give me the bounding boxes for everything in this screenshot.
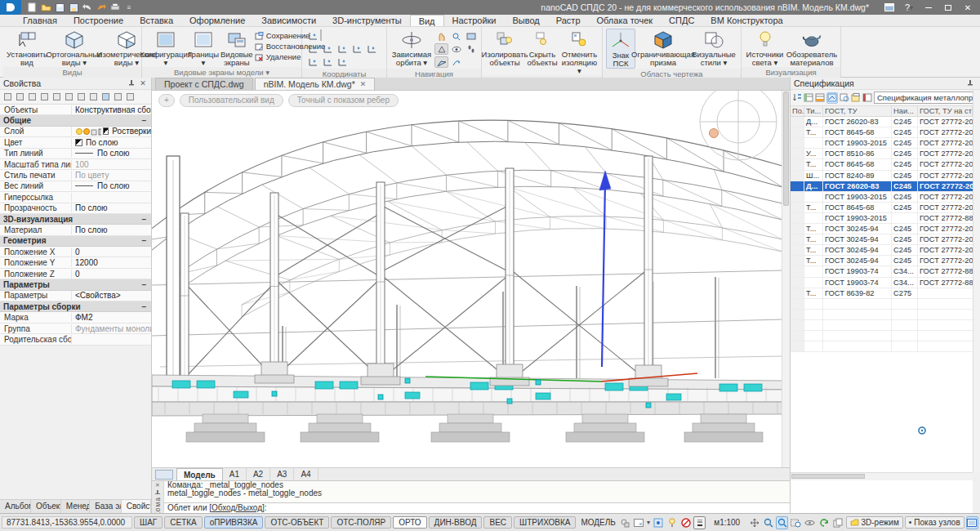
maximize-button[interactable] — [939, 2, 957, 14]
ucs-tool-icon[interactable] — [320, 56, 334, 68]
property-section[interactable]: 3D-визуализация– — [0, 214, 151, 225]
lineweight-display-icon[interactable] — [693, 516, 706, 529]
vp-viewports-button[interactable]: Видовые экраны — [220, 29, 253, 67]
collapse-icon[interactable]: – — [141, 302, 151, 311]
property-value[interactable]: <Свойства> — [72, 291, 151, 300]
filter-icon[interactable] — [64, 91, 74, 102]
table-row[interactable]: Д...ГОСТ 26020-83С245ГОСТ 27772-2015 — [791, 181, 973, 192]
property-section[interactable]: Параметры сборки– — [0, 301, 151, 312]
table-row-empty[interactable] — [791, 299, 973, 310]
ribbon-tab[interactable]: Зависимости — [253, 15, 324, 26]
specification-vertical-scrollbar[interactable] — [973, 90, 980, 472]
apply-icon[interactable] — [88, 91, 99, 102]
property-row[interactable]: Параметры<Свойства> — [0, 291, 151, 301]
column-header[interactable]: По... — [791, 106, 804, 116]
property-value[interactable]: Фундаменты монолитные — [72, 324, 151, 333]
panel-tab[interactable]: Свойст... — [122, 500, 151, 513]
ribbon-tab[interactable]: Построение — [65, 15, 131, 26]
layout-switch-icon[interactable] — [880, 2, 898, 14]
table-row[interactable]: ГОСТ 19903-2015С245ГОСТ 27772-2015 — [791, 192, 973, 203]
motion-path-icon[interactable] — [449, 56, 463, 68]
row-handle[interactable] — [791, 159, 804, 169]
property-row[interactable]: Положение X0 — [0, 247, 151, 257]
ucs-tool-icon[interactable] — [320, 43, 334, 55]
table-row-empty[interactable] — [791, 320, 973, 331]
table-row-empty[interactable] — [791, 331, 973, 341]
property-row[interactable]: Стиль печатиПо цвету — [0, 170, 151, 181]
pan-icon[interactable] — [748, 516, 760, 529]
row-handle[interactable] — [791, 245, 804, 255]
property-row[interactable]: Положение Y12000 — [0, 257, 151, 268]
column-header[interactable]: ГОСТ, ТУ на сталь — [918, 106, 973, 116]
status-toggle[interactable]: ШАГ — [134, 516, 163, 529]
property-row[interactable]: ПрозрачностьПо слою — [0, 203, 151, 214]
ucs-tool-icon[interactable] — [350, 43, 363, 55]
collapse-icon[interactable]: – — [141, 280, 151, 289]
copy-sheet-icon[interactable] — [831, 516, 844, 529]
layout-tab[interactable]: Модель — [176, 468, 223, 481]
row-handle[interactable] — [791, 234, 804, 244]
ribbon-tab[interactable]: Главная — [15, 15, 65, 26]
status-toggle[interactable]: ОРТО — [393, 516, 426, 529]
zoom-nav-icon[interactable] — [449, 30, 463, 42]
ribbon-tab[interactable]: СПДС — [661, 15, 702, 26]
panel-tab[interactable]: Альбомы — [0, 500, 31, 513]
table-row[interactable]: Т...ГОСТ 30245-94С245ГОСТ 27772-2015 — [791, 234, 973, 245]
table-row[interactable]: Т...ГОСТ 8645-68С245ГОСТ 27772-2015 — [791, 159, 973, 170]
property-value[interactable]: По слою — [72, 138, 151, 147]
show-nodes-button[interactable]: •Показ узлов — [905, 516, 964, 529]
property-row[interactable]: Тип линийПо слою — [0, 149, 151, 159]
status-toggle[interactable]: ОТС-ПОЛЯР — [331, 516, 391, 529]
row-handle[interactable] — [791, 127, 804, 137]
orbit-status-icon[interactable] — [804, 516, 816, 529]
command-option-link[interactable]: Обход/Выход — [212, 503, 262, 512]
property-row[interactable]: МатериалПо слою — [0, 225, 151, 235]
table-row[interactable]: Т...ГОСТ 30245-94С245ГОСТ 27772-2015 — [791, 245, 973, 256]
close-tab-icon[interactable]: ✕ — [360, 80, 367, 88]
new-file-icon[interactable] — [26, 2, 38, 13]
ribbon-tab[interactable]: ВМ Конструктора — [702, 15, 791, 26]
property-value[interactable]: 0 — [72, 248, 151, 257]
property-value[interactable]: По слою — [72, 225, 151, 234]
table-row[interactable]: Т...ГОСТ 8639-82С275 — [791, 288, 973, 299]
table-row[interactable]: Ш...ГОСТ 8240-89С245ГОСТ 27772-2015 — [791, 171, 973, 181]
select-cycle-icon[interactable] — [51, 91, 62, 102]
customize-qat-icon[interactable]: ≡ — [123, 2, 135, 13]
ribbon-tab[interactable]: 3D-инструменты — [324, 15, 410, 26]
property-value[interactable]: По слою — [72, 181, 151, 190]
table-row[interactable]: ГОСТ 19903-74С34...ГОСТ 27772-88 — [791, 266, 973, 277]
group-table-icon[interactable] — [804, 92, 813, 104]
close-command-icon[interactable]: ✕ — [155, 482, 160, 489]
row-handle[interactable] — [791, 203, 804, 212]
ucs-tool-icon[interactable] — [364, 43, 378, 55]
row-handle[interactable] — [791, 171, 804, 181]
layout-tab[interactable]: А4 — [294, 468, 318, 481]
walk-icon[interactable] — [464, 43, 478, 55]
ribbon-tab[interactable]: Облака точек — [589, 15, 662, 26]
table-row[interactable]: Т...ГОСТ 8645-68С245ГОСТ 27772-2015 — [791, 127, 973, 138]
ucs-tool-icon[interactable] — [305, 43, 319, 55]
column-header[interactable]: Наи... — [892, 106, 918, 116]
ortho-views-button[interactable]: Ортогональные виды ▾ — [49, 29, 100, 67]
layout-tab[interactable]: А3 — [270, 468, 294, 481]
pin-icon[interactable] — [128, 80, 138, 87]
pick-icon[interactable] — [100, 91, 111, 102]
property-row[interactable]: Родительская сборк — [0, 334, 151, 345]
layout-scroll-icon[interactable] — [155, 470, 173, 480]
clear-selection-icon[interactable] — [113, 91, 123, 102]
collapse-icon[interactable]: – — [141, 116, 151, 125]
ucs-tool-icon[interactable] — [305, 56, 319, 68]
bounding-prism-button[interactable]: Ограничивающая призма — [637, 29, 689, 67]
ribbon-tab[interactable]: Вывод — [504, 15, 547, 26]
property-value[interactable]: По слою — [72, 203, 151, 212]
select-window-icon[interactable] — [27, 91, 38, 102]
zoom-out-icon[interactable] — [762, 516, 774, 529]
property-row[interactable]: ОбъектыКонструктивная сборка — [0, 105, 151, 115]
command-input[interactable]: Облет или [Обход/Выход]: — [164, 502, 790, 513]
row-handle[interactable] — [791, 192, 804, 202]
status-toggle[interactable]: ВЕС — [483, 516, 512, 529]
property-section[interactable]: Общие– — [0, 115, 151, 126]
property-value[interactable]: Ростверки — [72, 127, 151, 136]
property-row[interactable]: Гиперссылка — [0, 192, 151, 203]
table-row-empty[interactable] — [791, 341, 973, 352]
